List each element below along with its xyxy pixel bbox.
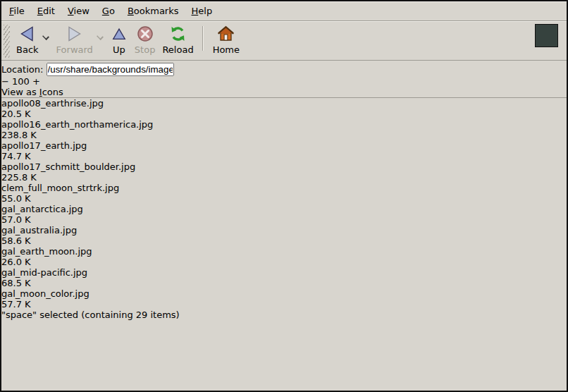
up-button-label: Up [113,44,125,56]
toolbar-drag-handle[interactable] [4,25,10,58]
file-name: clem_full_moon_strtrk.jpg [1,183,567,193]
icon-row: gal_antarctica.jpg57.0 Kgal_australia.jp… [1,204,567,310]
file-item[interactable]: apollo16_earth_northamerica.jpg238.8 K [1,119,567,140]
file-manager-window: FileEditViewGoBookmarksHelp BackForwardU… [0,0,568,392]
back-button-label: Back [16,44,39,56]
file-size: 58.6 K [1,235,567,246]
file-name: gal_earth_moon.jpg [1,246,567,257]
file-size: 238.8 K [1,130,567,140]
location-bar: Location: − 100 + View as Icons [1,61,567,97]
toolbar: BackForwardUpStopReloadHome [1,21,567,60]
throbber-icon [537,26,556,45]
file-item[interactable]: gal_earth_moon.jpg26.0 K [1,246,567,267]
up-button[interactable]: Up [107,23,131,56]
home-icon [216,23,235,44]
view-as-label: View as Icons [1,87,63,97]
zoom-level: 100 [12,76,30,87]
file-item[interactable]: gal_antarctica.jpg57.0 K [1,204,567,225]
file-name: gal_moon_color.jpg [1,288,567,299]
main-area: apollo08_earthrise.jpg20.5 Kapollo16_ear… [1,98,567,310]
home-button-label: Home [213,44,240,56]
stop-button[interactable]: Stop [131,23,159,56]
zoom-out-button[interactable]: − [1,76,9,87]
icon-row: apollo08_earthrise.jpg20.5 Kapollo16_ear… [1,98,567,204]
forward-button-label: Forward [56,44,93,56]
forward-button[interactable]: Forward [53,23,97,56]
file-item[interactable]: apollo17_earth.jpg74.7 K [1,140,567,161]
file-name: apollo08_earthrise.jpg [1,98,567,109]
file-item[interactable]: gal_moon_color.jpg57.7 K [1,288,567,310]
location-input[interactable] [47,63,174,76]
menu-item-file[interactable]: File [3,4,31,18]
menu-item-go[interactable]: Go [96,4,121,18]
stop-button-label: Stop [135,44,156,56]
throbber [535,24,558,47]
file-size: 225.8 K [1,172,567,183]
status-bar: "space" selected (containing 29 items) [1,310,567,320]
file-name: apollo17_earth.jpg [1,140,567,151]
file-name: apollo17_schmitt_boulder.jpg [1,161,567,172]
status-text: "space" selected (containing 29 items) [1,310,180,320]
file-item[interactable]: clem_full_moon_strtrk.jpg55.0 K [1,183,567,204]
file-size: 55.0 K [1,193,567,204]
reload-icon [168,23,187,44]
view-as-dropdown[interactable]: View as Icons [1,87,567,97]
home-button[interactable]: Home [209,23,243,56]
file-size: 57.7 K [1,299,567,310]
file-size: 26.0 K [1,257,567,267]
file-size: 20.5 K [1,109,567,119]
forward-icon [65,23,84,44]
file-size: 68.5 K [1,278,567,288]
menu-item-bookmarks[interactable]: Bookmarks [121,4,185,18]
file-size: 74.7 K [1,151,567,161]
file-name: gal_australia.jpg [1,225,567,235]
file-name: gal_antarctica.jpg [1,204,567,214]
reload-button-label: Reload [162,44,193,56]
reload-button[interactable]: Reload [159,23,197,56]
forward-history-dropdown[interactable] [95,23,106,44]
menu-item-help[interactable]: Help [185,4,219,18]
menu-bar: FileEditViewGoBookmarksHelp [1,1,567,20]
icon-view[interactable]: apollo08_earthrise.jpg20.5 Kapollo16_ear… [1,98,567,310]
file-item[interactable]: apollo08_earthrise.jpg20.5 K [1,98,567,119]
file-name: gal_mid-pacific.jpg [1,267,567,278]
location-label: Location: [1,64,43,75]
file-item[interactable]: gal_australia.jpg58.6 K [1,225,567,246]
zoom-in-button[interactable]: + [32,76,40,87]
zoom-controls: − 100 + [1,76,567,87]
stop-icon [136,23,154,44]
back-icon [18,23,37,44]
file-item[interactable]: gal_mid-pacific.jpg68.5 K [1,267,567,288]
back-history-dropdown[interactable] [41,23,51,44]
toolbar-separator [202,26,203,51]
toolbar-buttons: BackForwardUpStopReloadHome [13,23,243,56]
back-button[interactable]: Back [13,23,42,56]
file-item[interactable]: apollo17_schmitt_boulder.jpg225.8 K [1,161,567,183]
up-icon [111,23,128,44]
menu-item-edit[interactable]: Edit [31,4,61,18]
file-name: apollo16_earth_northamerica.jpg [1,119,567,130]
menu-item-view[interactable]: View [61,4,96,18]
file-size: 57.0 K [1,214,567,225]
